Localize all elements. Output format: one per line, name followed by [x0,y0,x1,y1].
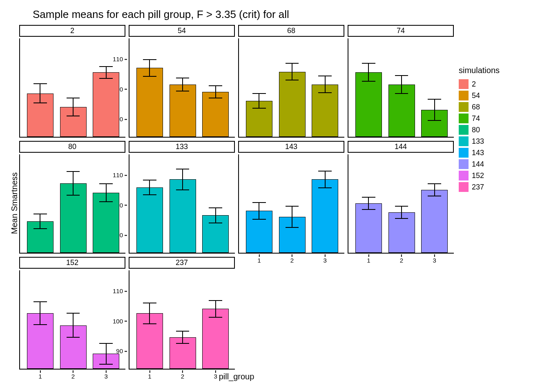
error-cap [99,183,113,184]
error-bar [73,98,74,116]
facet-143: 143123 [238,141,344,254]
error-cap [99,343,113,344]
facet-strip: 54 [129,25,235,37]
error-bar [73,172,74,196]
facet-strip: 74 [348,25,454,37]
error-bar [215,208,216,223]
error-cap [428,120,441,121]
error-cap [67,337,80,338]
legend-item-144: 144 [459,159,500,169]
facet-54: 54 [129,25,235,138]
facet-74: 74 [348,25,454,138]
error-cap [362,197,375,198]
legend-swatch [459,102,469,112]
x-tick: 1 [367,257,370,264]
legend-label: 80 [472,126,480,134]
facet-panel [238,38,344,138]
error-bar [325,76,326,93]
error-cap [176,169,190,169]
legend-label: 143 [472,149,484,157]
y-tick: 110 [113,172,123,178]
error-bar [106,184,107,202]
error-cap [143,59,156,60]
facet-strip: 144 [348,141,454,153]
legend-label: 74 [472,114,480,123]
facet-strip: 143 [238,141,344,153]
legend-title: simulations [459,66,500,75]
plot-area: Mean Smartness 2901001105468748090100110… [8,25,454,381]
error-cap [143,323,156,324]
x-tick: 1 [38,373,42,380]
error-cap [99,78,113,79]
bar [421,190,448,253]
x-tick: 3 [433,257,436,264]
facet-panel [348,38,454,138]
facet-strip: 80 [19,141,125,153]
facet-strip: 152 [19,257,125,269]
legend-swatch [459,171,469,180]
facet-80: 8090100110 [19,141,125,254]
bar [202,309,229,369]
bar [170,179,196,253]
facet-panel: 90100110 [19,38,125,138]
error-bar [149,60,150,76]
error-cap [67,116,80,116]
error-cap [318,171,332,172]
error-cap [286,227,299,228]
y-tick: 100 [113,317,123,324]
error-bar [106,343,107,364]
error-cap [143,76,156,77]
legend-swatch [459,136,469,146]
error-bar [149,180,150,195]
legend-item-54: 54 [459,91,500,100]
error-cap [362,63,375,64]
error-cap [209,300,222,301]
facet-133: 133 [129,141,235,254]
legend-swatch [459,114,469,123]
error-cap [428,99,441,100]
legend-label: 2 [472,80,476,89]
legend-item-143: 143 [459,148,500,158]
error-cap [286,63,299,64]
facet-grid: 2901001105468748090100110133143123144123… [19,25,454,370]
error-cap [252,202,266,203]
facet-panel: 90100110123 [19,270,125,370]
error-cap [252,108,266,109]
x-tick: 2 [71,373,75,380]
error-cap [67,195,80,196]
error-cap [67,313,80,314]
x-tick: 2 [181,373,184,380]
facet-panel [129,154,235,254]
error-bar [40,302,40,325]
legend-swatch [459,125,469,135]
x-axis: 123 [20,371,125,379]
error-bar [401,76,402,94]
error-cap [318,76,332,76]
legend-label: 144 [472,160,484,169]
x-axis: 123 [129,371,235,379]
error-cap [67,171,80,172]
error-cap [362,81,375,82]
legend-swatch [459,79,469,89]
error-cap [395,206,408,207]
legend-label: 68 [472,103,480,111]
facet-strip: 237 [129,257,235,269]
facet-panel: 123 [348,154,454,254]
y-tick: 110 [113,287,123,294]
facet-panel: 123 [129,270,235,370]
x-tick: 2 [400,257,403,264]
error-cap [33,228,47,229]
facet-panel [129,38,235,138]
error-cap [362,209,375,210]
error-cap [286,206,299,207]
error-bar [259,94,259,109]
error-cap [143,303,156,303]
facet-strip: 2 [19,25,125,37]
error-cap [33,301,47,302]
error-cap [33,324,47,325]
error-cap [99,66,113,67]
facet-panel: 90100110 [19,154,125,254]
legend-item-133: 133 [459,136,500,146]
error-cap [252,93,266,94]
x-axis: 123 [239,255,344,263]
